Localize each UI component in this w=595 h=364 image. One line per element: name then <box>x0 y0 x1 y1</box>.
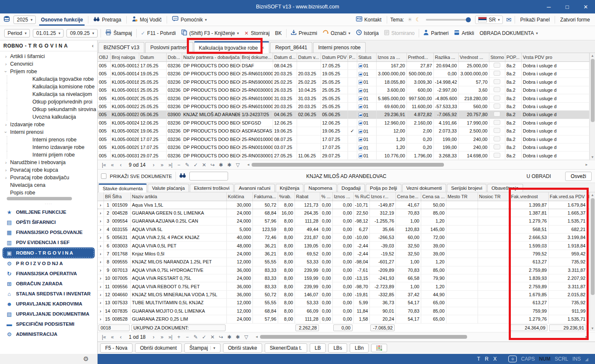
column-header-naziv-partnera-dobavlja-a[interactable]: Naziv partnera - dobavljača <box>182 53 240 61</box>
tab-poslovni-partneri[interactable]: Poslovni partneri <box>145 42 193 53</box>
row-expand-icon[interactable]: › <box>98 250 104 258</box>
moon-icon[interactable]: ☾ <box>416 16 421 23</box>
column-header-nosioc-tr[interactable]: Nosioc TR <box>478 192 510 201</box>
tree-item-popis-robe[interactable]: Popis robe <box>3 189 97 196</box>
sidebar-section-upravljanje-kadrovima[interactable]: ☻UPRAVLJANJE KADROVIMA <box>3 299 95 309</box>
lbn-button[interactable]: LBn <box>350 343 369 353</box>
filter-button[interactable]: ▽ <box>242 334 250 340</box>
document-row[interactable]: 005KL005-0002025.05.2503236DP PRODUCTS D… <box>98 94 589 102</box>
item-row[interactable]: ›13007533TUBE MULTIVITAMIN 0,5L KNJAZ12,… <box>98 299 589 307</box>
column-header-ifra[interactable]: Šifra <box>111 192 130 201</box>
last-record-button[interactable]: »| <box>167 334 174 340</box>
items-vscrollbar[interactable]: ▲ ▼ <box>590 192 595 331</box>
detail-tab-polja-po-elji[interactable]: Polja po želji <box>366 184 401 192</box>
document-row[interactable]: 005KL005-0002412.06.2503236DP PRODUCTS D… <box>98 119 589 127</box>
obri-i-dokument-button[interactable]: Obriši dokument <box>135 343 182 353</box>
column-header-storno[interactable]: Storno <box>489 53 505 61</box>
last-record-button[interactable]: »| <box>167 162 174 168</box>
column-header-koli-ina[interactable]: Količina <box>226 192 252 201</box>
tree-item-otkup-poljoprivrednih-proi[interactable]: Otkup poljoprivrednih proi <box>7 98 97 106</box>
post-edit-button[interactable]: ✓ <box>192 162 199 168</box>
mail-icon[interactable]: ✉ <box>506 16 512 24</box>
column-header-iznos[interactable]: Iznos ... <box>332 192 353 201</box>
chevron-right-icon[interactable]: › <box>3 160 8 165</box>
chevron-down-icon[interactable]: ▾ <box>210 346 215 350</box>
first-record-button[interactable]: |« <box>100 334 108 340</box>
column-header-datum[interactable]: Datum <box>139 53 166 61</box>
chevron-right-icon[interactable]: › <box>3 61 8 66</box>
item-row[interactable]: ›2004528GUARANA GREEN 0.5L LIMENKA24,000… <box>98 209 589 217</box>
storno-checkbox[interactable] <box>494 71 500 76</box>
column-header-status[interactable]: Status <box>357 53 376 61</box>
post-edit-button[interactable]: ✓ <box>200 334 208 340</box>
column-header-fak-vrednost[interactable]: Fak.vrednost <box>510 192 548 201</box>
storno-checkbox[interactable] <box>494 136 500 141</box>
bookmark-button[interactable]: ✱ <box>226 334 233 340</box>
storno-checkbox[interactable] <box>494 153 500 158</box>
maximize-button[interactable]: □ <box>558 0 576 13</box>
history-button[interactable]: Istorija <box>355 29 380 37</box>
tree-item-cenovnici[interactable]: ›Cenovnici <box>3 60 97 68</box>
detail-tab-obave-tenja[interactable]: Obaveštenja <box>487 184 523 192</box>
mark-button[interactable]: Označi▾ <box>321 30 352 37</box>
column-header-broj-naloga[interactable]: Broj naloga <box>110 53 139 61</box>
delete-record-button[interactable]: − <box>183 334 191 340</box>
next-record-button[interactable]: › <box>150 334 157 340</box>
f5-nova-button[interactable]: F5 - Nova <box>100 343 133 353</box>
column-header-naziv-artikla[interactable]: Naziv artikla <box>130 192 226 201</box>
column-header-cena-sa[interactable]: Cena sa ... <box>421 192 446 201</box>
next-record-button[interactable]: › <box>150 162 157 168</box>
grid-color-button[interactable] <box>371 344 387 352</box>
detail-tab-serijski-brojevi[interactable]: Serijski brojevi <box>447 184 486 192</box>
column-header-rabat[interactable]: Rabat <box>295 192 320 201</box>
column-header-fakturna[interactable]: Fakturna... <box>252 192 278 201</box>
tree-item-interni-prenos-robe[interactable]: Interni prenos robe <box>7 136 97 143</box>
tree-item-narud-bine-i-trebovanja[interactable]: ›Narudžbine i trebovanja <box>3 159 97 166</box>
tab-report-86441[interactable]: Report_86441 <box>270 42 312 53</box>
storno-checkbox[interactable] <box>494 63 500 68</box>
column-header-p[interactable]: P... <box>348 53 357 61</box>
detail-tab-valute-pla-anja[interactable]: Valute plaćanja <box>148 184 189 192</box>
prior-record-button[interactable]: ‹ <box>117 162 125 168</box>
bookmark-button[interactable]: ✱ <box>234 334 242 340</box>
column-header-iznos-r[interactable]: Iznos r... <box>369 192 396 201</box>
storno-checkbox[interactable] <box>494 128 500 133</box>
delete-record-button[interactable]: − <box>175 162 183 168</box>
tree-item-kalkulacija-trgova-ke-robe[interactable]: Kalkulacija trgovačke robe <box>7 75 97 83</box>
detail-tab-doga-aji[interactable]: Događaji <box>337 184 365 192</box>
next-page-button[interactable]: » <box>158 334 166 340</box>
row-expand-icon[interactable]: › <box>98 290 104 298</box>
item-row[interactable]: ›4003155AQUA VIVA 5L5,000123,598,0049,44… <box>98 225 589 233</box>
posting-button[interactable]: (Shift) F3 - Knjiženje▾ <box>180 29 240 37</box>
theme-slider[interactable] <box>426 19 470 21</box>
column-header-broj-dokume[interactable]: Broj dokume... <box>240 53 273 61</box>
detail-tab-napomena[interactable]: Napomena <box>304 184 336 192</box>
row-expand-icon[interactable]: › <box>98 307 104 315</box>
filter-button[interactable]: ▽ <box>234 162 242 168</box>
sidebar-section-administracija[interactable]: ⚙ADMINISTRACIJA <box>3 329 95 339</box>
column-header-datum-v[interactable]: Datum v... <box>297 53 321 61</box>
download-button[interactable]: Preuzmi <box>290 29 319 37</box>
item-row[interactable]: ›6003003AQUA VIVA 0,5L PET48,00036,218,0… <box>98 242 589 250</box>
bookmark-button[interactable]: ✱ <box>217 162 225 168</box>
tree-item-interni-prenosi[interactable]: ›Interni prenosi <box>3 128 97 136</box>
tab-biznisoft-v13[interactable]: BIZNISOFT v13 <box>98 42 144 53</box>
storno-checkbox[interactable] <box>494 79 500 84</box>
date-from-select[interactable]: 01.01.25▾ <box>33 29 64 37</box>
item-row[interactable]: ›3009554GUARANA AZIJANA 0.25L CAN24,0005… <box>98 217 589 225</box>
tree-item-artikli-i-ifarnici[interactable]: ›Artikli i šifarnici <box>3 53 97 60</box>
document-row[interactable]: 005KL005-0002619.06.2503236DP PRODUCTS D… <box>98 127 589 135</box>
column-header-k[interactable]: K <box>587 192 589 201</box>
first-record-button[interactable]: |« <box>100 162 108 168</box>
row-expand-icon[interactable]: › <box>98 209 104 217</box>
tab-kalkulacija-trgova-ke-robe[interactable]: Kalkulacija trgovačke robe× <box>194 41 270 53</box>
tampaj-button[interactable]: Štampaj▾ <box>184 343 220 353</box>
chevron-right-icon[interactable]: › <box>3 175 8 180</box>
sidebar-section-specifi-ni-podsistemi[interactable]: ▬SPECIFIČNI PODSISTEMI <box>3 319 95 329</box>
item-row[interactable]: ›5005631AQUA VIVA 2,5L 4 PACK KNJAZ40,00… <box>98 234 589 242</box>
chevron-right-icon[interactable]: › <box>3 167 8 173</box>
item-row[interactable]: ›15008528GUARANA ZERO 0,25 LIM24,00057,9… <box>98 315 589 323</box>
sidebar-section-upravljanje-dokumentima[interactable]: ▧UPRAVLJANJE DOKUMENTIMA <box>3 309 95 319</box>
document-row[interactable]: 005KL005-0001925.05.2503236DP PRODUCTS D… <box>98 86 589 94</box>
close-forms-button[interactable]: Zatvori forme <box>558 14 592 26</box>
